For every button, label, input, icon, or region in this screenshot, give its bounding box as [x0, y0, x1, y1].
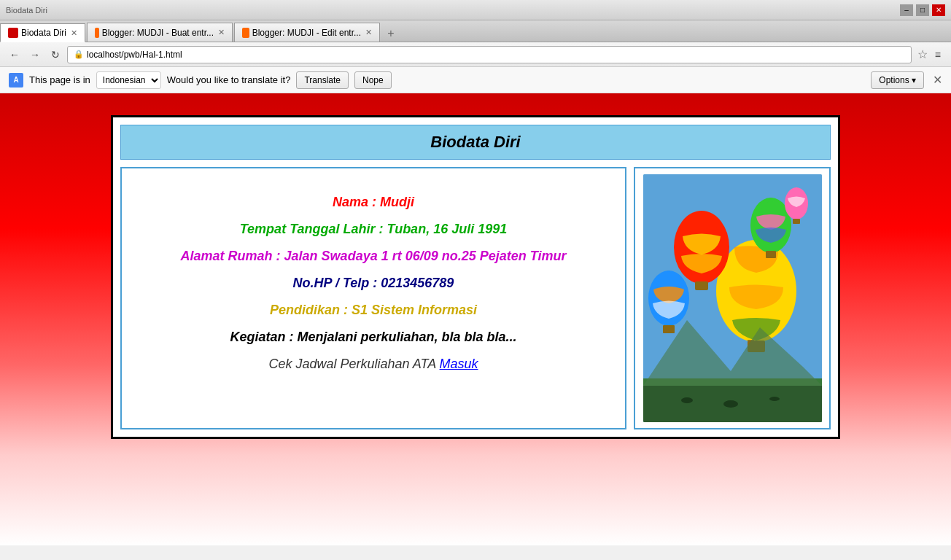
page-title: Biodata Diri — [128, 133, 823, 152]
svg-point-15 — [681, 397, 693, 403]
tab-label-1: Biodata Diri — [21, 28, 66, 38]
nav-bar: ← → ↻ 🔒 localhost/pwb/Hal-1.html ☆ ≡ — [0, 42, 951, 67]
svg-point-16 — [723, 400, 738, 408]
close-window-button[interactable]: ✕ — [932, 4, 945, 16]
bookmark-star-button[interactable]: ☆ — [917, 47, 928, 61]
tab-bar: Biodata Diri ✕ Blogger: MUDJI - Buat ent… — [0, 20, 951, 42]
tab-label-2: Blogger: MUDJI - Buat entr... — [102, 28, 214, 38]
biodata-header: Biodata Diri — [120, 125, 831, 160]
translate-question-label: Would you like to translate it? — [167, 74, 291, 85]
minimize-button[interactable]: – — [900, 4, 913, 16]
translate-language-select[interactable]: Indonesian — [96, 71, 161, 89]
new-tab-button[interactable]: + — [381, 26, 400, 42]
title-bar: Biodata Diri – □ ✕ — [0, 0, 951, 20]
translate-bar: A This page is in Indonesian Would you l… — [0, 67, 951, 93]
tab-close-1[interactable]: ✕ — [71, 28, 77, 38]
forward-button[interactable]: → — [26, 46, 44, 63]
biodata-body: Nama : Mudji Tempat Tanggal Lahir : Tuba… — [120, 167, 831, 429]
tab-favicon-1 — [8, 28, 18, 38]
refresh-button[interactable]: ↻ — [47, 46, 64, 63]
address-bar[interactable]: 🔒 localhost/pwb/Hal-1.html — [67, 46, 912, 63]
balloon-image — [643, 174, 822, 422]
jadwal-masuk-link[interactable]: Masuk — [440, 357, 478, 371]
svg-rect-8 — [695, 281, 708, 290]
translate-page-is-in-label: This page is in — [29, 74, 90, 85]
tab-close-3[interactable]: ✕ — [365, 28, 372, 37]
nope-button[interactable]: Nope — [354, 71, 392, 89]
tab-blogger-buat[interactable]: Blogger: MUDJI - Buat entr... ✕ — [87, 23, 233, 42]
tab-biodata-diri[interactable]: Biodata Diri ✕ — [0, 23, 85, 42]
tab-favicon-3 — [242, 28, 249, 38]
tab-blogger-edit[interactable]: Blogger: MUDJI - Edit entr... ✕ — [234, 23, 380, 42]
window-title-label: Biodata Diri — [6, 6, 47, 15]
biodata-info: Nama : Mudji Tempat Tanggal Lahir : Tuba… — [120, 167, 626, 429]
address-text: localhost/pwb/Hal-1.html — [87, 50, 182, 60]
svg-point-17 — [769, 397, 780, 401]
tab-favicon-2 — [95, 28, 99, 38]
tab-label-3: Blogger: MUDJI - Edit entr... — [252, 28, 361, 38]
jadwal-label: Cek Jadwal Perkuliahan ATA — [268, 357, 435, 371]
back-button[interactable]: ← — [6, 46, 23, 63]
window-controls: – □ ✕ — [900, 4, 945, 16]
alamat-text: Alamat Rumah : Jalan Swadaya 1 rt 06/09 … — [136, 249, 610, 264]
address-lock-icon: 🔒 — [74, 50, 84, 59]
biodata-photo — [634, 167, 831, 429]
svg-rect-14 — [793, 219, 800, 224]
close-translate-bar-button[interactable]: ✕ — [933, 73, 942, 87]
biodata-container: Biodata Diri Nama : Mudji Tempat Tanggal… — [111, 115, 840, 439]
hp-text: No.HP / Telp : 0213456789 — [136, 276, 610, 291]
translate-options-button[interactable]: Options ▾ — [871, 71, 924, 89]
ttl-text: Tempat Tanggal Lahir : Tuban, 16 Juli 19… — [136, 222, 610, 237]
translate-button[interactable]: Translate — [296, 71, 349, 89]
jadwal-text: Cek Jadwal Perkuliahan ATA Masuk — [136, 357, 610, 372]
browser-menu-button[interactable]: ≡ — [931, 47, 945, 62]
kegiatan-text: Kegiatan : Menjalani perkuliahan, bla bl… — [136, 330, 610, 345]
tab-close-2[interactable]: ✕ — [218, 28, 225, 37]
maximize-button[interactable]: □ — [916, 4, 929, 16]
pendidikan-text: Pendidikan : S1 Sistem Informasi — [136, 303, 610, 318]
nama-text: Nama : Mudji — [136, 195, 610, 210]
page-content: Biodata Diri Nama : Mudji Tempat Tanggal… — [0, 93, 951, 545]
svg-rect-12 — [663, 325, 675, 333]
translate-icon: A — [9, 73, 23, 88]
svg-rect-10 — [766, 251, 776, 258]
